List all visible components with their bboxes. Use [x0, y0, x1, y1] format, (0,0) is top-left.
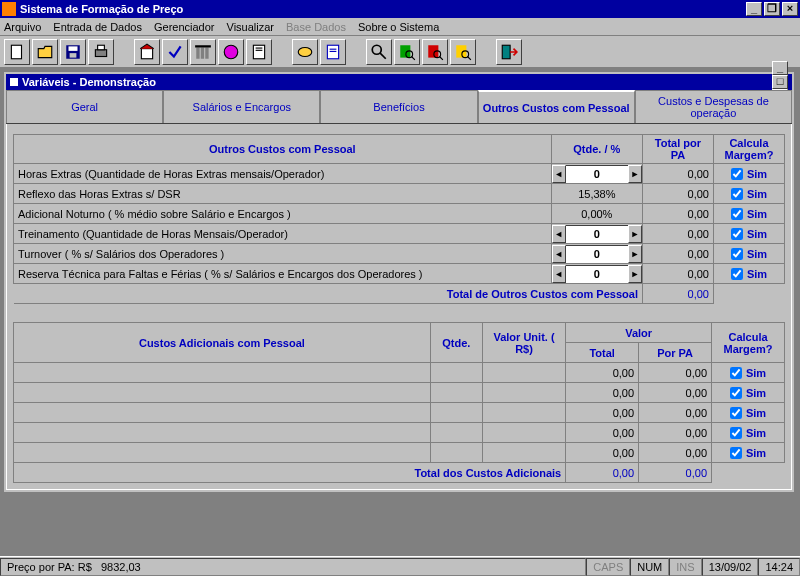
svg-rect-7 [196, 47, 199, 58]
row-reflexo-dsr: Reflexo das Horas Extras s/ DSR 15,38% 0… [14, 184, 785, 204]
arrow-left-icon[interactable]: ◄ [552, 165, 566, 183]
svg-rect-8 [201, 47, 204, 58]
th-desc: Outros Custos com Pessoal [14, 135, 552, 164]
row-reserva-tecnica: Reserva Técnica para Faltas e Férias ( %… [14, 264, 785, 284]
minimize-button[interactable]: _ [746, 2, 762, 16]
th-qtde2: Qtde. [430, 323, 482, 363]
svg-rect-9 [205, 47, 208, 58]
tab-geral[interactable]: Geral [6, 90, 163, 123]
mdi-workspace: Variáveis - Demonstração _ □ × Geral Sal… [0, 68, 800, 556]
tb-new-icon[interactable] [4, 39, 30, 65]
tab-despesas[interactable]: Custos e Despesas de operação [635, 90, 792, 123]
status-caps: CAPS [586, 558, 630, 576]
spinner-turnover[interactable]: ◄0► [552, 245, 642, 263]
tb-zoom-icon[interactable] [366, 39, 392, 65]
th-valor-unit: Valor Unit. ( R$) [482, 323, 565, 363]
chk-margem[interactable] [730, 387, 742, 399]
svg-line-26 [440, 56, 443, 59]
tb-open-icon[interactable] [32, 39, 58, 65]
menu-entrada[interactable]: Entrada de Dados [53, 21, 142, 33]
window-title: Sistema de Formação de Preço [20, 3, 746, 15]
menu-visualizar[interactable]: Visualizar [227, 21, 275, 33]
chk-margem[interactable] [730, 447, 742, 459]
toolbar [0, 36, 800, 68]
tabs: Geral Salários e Encargos Benefícios Out… [6, 90, 792, 124]
row-treinamento: Treinamento (Quantidade de Horas Mensais… [14, 224, 785, 244]
blank-row: 0,000,00Sim [14, 403, 785, 423]
svg-rect-4 [95, 49, 106, 56]
tb-print-icon[interactable] [88, 39, 114, 65]
menu-gerenciador[interactable]: Gerenciador [154, 21, 215, 33]
tb-zoom-yellow-icon[interactable] [450, 39, 476, 65]
tb-building-icon[interactable] [134, 39, 160, 65]
tab-content: Outros Custos com Pessoal Qtde. / % Tota… [6, 124, 792, 490]
cell-desc: Horas Extras (Quantidade de Horas Extras… [14, 164, 552, 184]
chk-margem[interactable] [731, 208, 743, 220]
svg-point-15 [298, 47, 312, 56]
svg-rect-13 [256, 47, 263, 48]
tb-report-icon[interactable] [246, 39, 272, 65]
status-time: 14:24 [758, 558, 800, 576]
app-icon [2, 2, 16, 16]
tb-coin-icon[interactable] [292, 39, 318, 65]
svg-rect-0 [11, 45, 21, 59]
th-calcula2: Calcula Margem? [712, 323, 785, 363]
tb-zoom-red-icon[interactable] [422, 39, 448, 65]
tb-doc-icon[interactable] [320, 39, 346, 65]
spinner-reserva[interactable]: ◄0► [552, 265, 642, 283]
chk-margem[interactable] [731, 168, 743, 180]
th-total: Total [566, 343, 639, 363]
arrow-right-icon[interactable]: ► [628, 165, 642, 183]
menu-sobre[interactable]: Sobre o Sistema [358, 21, 439, 33]
child-title: Variáveis - Demonstração [22, 76, 772, 88]
tab-outros-custos[interactable]: Outros Custos com Pessoal [478, 90, 635, 123]
svg-line-23 [412, 56, 415, 59]
menubar: Arquivo Entrada de Dados Gerenciador Vis… [0, 18, 800, 36]
table-custos-adicionais: Custos Adicionais com Pessoal Qtde. Valo… [13, 322, 785, 483]
svg-point-19 [372, 45, 381, 54]
svg-rect-14 [256, 49, 263, 50]
svg-rect-6 [141, 48, 152, 58]
svg-rect-17 [330, 48, 337, 49]
child-minimize-button[interactable]: _ [772, 61, 788, 75]
row-horas-extras: Horas Extras (Quantidade de Horas Extras… [14, 164, 785, 184]
svg-line-29 [468, 56, 471, 59]
tb-save-icon[interactable] [60, 39, 86, 65]
tb-columns-icon[interactable] [190, 39, 216, 65]
tb-zoom-green-icon[interactable] [394, 39, 420, 65]
blank-row: 0,000,00Sim [14, 443, 785, 463]
child-window: Variáveis - Demonstração _ □ × Geral Sal… [4, 72, 794, 492]
child-maximize-button[interactable]: □ [772, 75, 788, 89]
blank-row: 0,000,00Sim [14, 383, 785, 403]
row-total-adicionais: Total dos Custos Adicionais 0,00 0,00 [14, 463, 785, 483]
chk-margem[interactable] [730, 407, 742, 419]
row-adicional-noturno: Adicional Noturno ( % médio sobre Salári… [14, 204, 785, 224]
svg-rect-2 [69, 46, 78, 51]
blank-row: 0,000,00Sim [14, 363, 785, 383]
th-adicionais: Custos Adicionais com Pessoal [14, 323, 431, 363]
spinner-horas-extras[interactable]: ◄0► [552, 165, 642, 183]
chk-margem[interactable] [730, 427, 742, 439]
close-button[interactable]: × [782, 2, 798, 16]
tb-check-icon[interactable] [162, 39, 188, 65]
chk-margem[interactable] [731, 268, 743, 280]
status-price: Preço por PA: R$ 9832,03 [0, 558, 586, 576]
th-valor: Valor [566, 323, 712, 343]
menu-arquivo[interactable]: Arquivo [4, 21, 41, 33]
chk-margem[interactable] [731, 188, 743, 200]
tab-beneficios[interactable]: Benefícios [320, 90, 477, 123]
blank-row: 0,000,00Sim [14, 423, 785, 443]
spinner-treinamento[interactable]: ◄0► [552, 225, 642, 243]
tb-globe-icon[interactable] [218, 39, 244, 65]
menu-base-dados: Base Dados [286, 21, 346, 33]
maximize-button[interactable]: ❐ [764, 2, 780, 16]
th-calcula: Calcula Margem? [713, 135, 784, 164]
tb-exit-icon[interactable] [496, 39, 522, 65]
main-titlebar: Sistema de Formação de Preço _ ❐ × [0, 0, 800, 18]
chk-margem[interactable] [731, 248, 743, 260]
tab-salarios[interactable]: Salários e Encargos [163, 90, 320, 123]
row-turnover: Turnover ( % s/ Salários dos Operadores … [14, 244, 785, 264]
chk-margem[interactable] [730, 367, 742, 379]
status-num: NUM [630, 558, 669, 576]
chk-margem[interactable] [731, 228, 743, 240]
